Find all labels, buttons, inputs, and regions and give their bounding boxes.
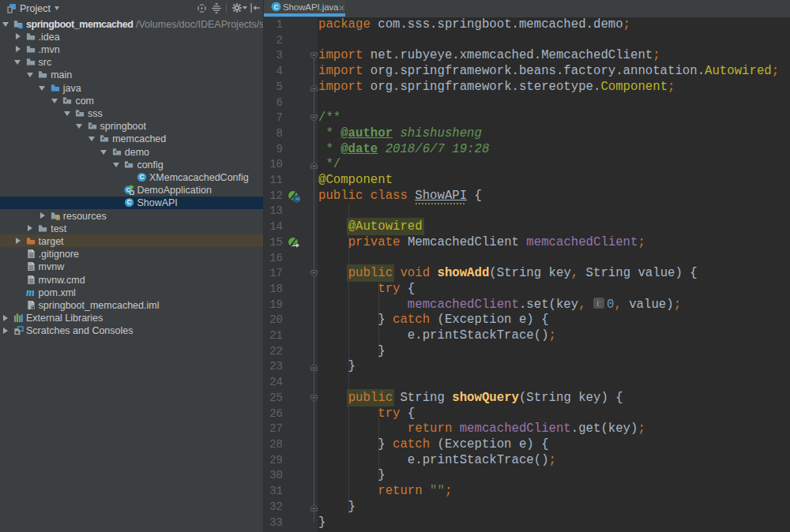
svg-text:C: C (273, 3, 278, 11)
svg-text:m: m (26, 287, 35, 298)
svg-text:C: C (127, 199, 132, 207)
svg-text:C: C (139, 173, 144, 181)
